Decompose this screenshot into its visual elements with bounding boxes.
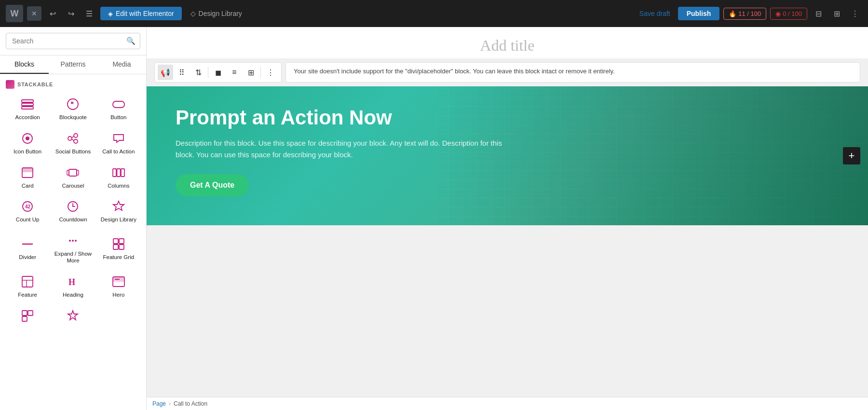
undo-button[interactable]: ↩ xyxy=(45,6,60,21)
hamburger-button[interactable]: ☰ xyxy=(82,6,96,21)
block-item-button[interactable]: Button xyxy=(97,93,140,125)
svg-rect-18 xyxy=(77,170,79,175)
align-center-button[interactable]: ≡ xyxy=(227,65,242,80)
publish-button[interactable]: Publish xyxy=(678,7,720,20)
block-item-more1[interactable] xyxy=(6,304,49,330)
accordion-label: Accordion xyxy=(15,114,40,121)
design-library-button[interactable]: ◇ Design Library xyxy=(186,7,247,20)
hero-description[interactable]: Description for this block. Use this spa… xyxy=(176,137,513,161)
topbar: W ✕ ↩ ↪ ☰ ◈ Edit with Elementor ◇ Design… xyxy=(0,0,868,27)
elementor-icon: ◈ xyxy=(108,10,113,17)
block-item-more2[interactable] xyxy=(51,304,95,330)
accordion-icon xyxy=(20,96,35,112)
readability-score-value: 0 / 100 xyxy=(783,10,802,17)
sidebar-blocks-panel: STACKABLE Accordion ❝ Blockquote xyxy=(0,74,146,410)
breadcrumb-current: Call to Action xyxy=(174,400,207,407)
edit-elementor-label: Edit with Elementor xyxy=(116,10,174,17)
responsive-view-button[interactable]: ⊟ xyxy=(811,6,826,21)
svg-point-7 xyxy=(26,137,29,140)
block-item-design-library[interactable]: Design Library xyxy=(97,195,140,227)
drag-icon: ⠿ xyxy=(179,68,185,77)
hero-section: Prompt an Action Now Description for thi… xyxy=(147,86,868,225)
wp-logo-button[interactable]: W xyxy=(6,5,23,22)
block-item-social-buttons[interactable]: Social Buttons xyxy=(51,127,95,159)
wide-width-button[interactable]: ⊞ xyxy=(243,65,258,80)
hero-title[interactable]: Prompt an Action Now xyxy=(176,106,839,130)
block-item-accordion[interactable]: Accordion xyxy=(6,93,49,125)
redo-button[interactable]: ↪ xyxy=(64,6,78,21)
save-draft-button[interactable]: Save draft xyxy=(636,7,674,20)
block-item-feature-grid[interactable]: Feature Grid xyxy=(97,229,140,268)
countdown-label: Countdown xyxy=(59,217,87,223)
editor-wrapper: Add title 📢 ⠿ ⇅ ◼ xyxy=(147,27,868,410)
tab-patterns[interactable]: Patterns xyxy=(49,55,97,74)
svg-rect-33 xyxy=(119,245,124,249)
block-item-heading[interactable]: H Heading xyxy=(51,270,95,302)
block-item-blockquote[interactable]: ❝ Blockquote xyxy=(51,93,95,125)
editor-area: Add title 📢 ⠿ ⇅ ◼ xyxy=(147,27,868,410)
more-toolbar-options-button[interactable]: ⋮ xyxy=(263,65,278,80)
block-item-icon-button[interactable]: Icon Button xyxy=(6,127,49,159)
card-icon xyxy=(20,165,35,180)
svg-rect-31 xyxy=(119,239,124,244)
content-scroll[interactable]: Prompt an Action Now Description for thi… xyxy=(147,86,868,397)
page-title[interactable]: Add title xyxy=(147,37,868,55)
svg-rect-20 xyxy=(117,169,120,177)
sidebar-tabs: Blocks Patterns Media xyxy=(0,55,146,74)
svg-rect-0 xyxy=(22,100,33,102)
feature-icon xyxy=(20,274,35,289)
block-item-carousel[interactable]: Carousel xyxy=(51,161,95,193)
breadcrumb-separator: › xyxy=(169,400,171,407)
tab-blocks[interactable]: Blocks xyxy=(0,55,49,74)
blocks-grid: Accordion ❝ Blockquote Button xyxy=(6,93,140,330)
block-item-divider[interactable]: Divider xyxy=(6,229,49,268)
block-type-button[interactable]: 📢 xyxy=(158,65,173,80)
expand-show-label: Expand / Show More xyxy=(53,251,93,264)
align-center-icon: ≡ xyxy=(232,68,236,77)
more-options-icon: ⋮ xyxy=(851,9,859,18)
seo-score-badge[interactable]: 🔥 11 / 100 xyxy=(723,8,766,20)
breadcrumb-page-link[interactable]: Page xyxy=(152,400,166,407)
svg-rect-32 xyxy=(113,245,118,249)
sidebar-toggle-icon: ⊞ xyxy=(834,9,840,18)
drag-handle-button[interactable]: ⠿ xyxy=(174,65,190,80)
hero-cta-button[interactable]: Get A Quote xyxy=(176,174,249,196)
icon-button-label: Icon Button xyxy=(14,149,41,155)
count-up-label: Count Up xyxy=(16,217,40,223)
blockquote-label: Blockquote xyxy=(59,114,87,121)
block-item-count-up[interactable]: 42 Count Up xyxy=(6,195,49,227)
more-options-button[interactable]: ⋮ xyxy=(848,6,862,21)
social-buttons-label: Social Buttons xyxy=(55,149,91,155)
hero-cta-label: Get A Quote xyxy=(190,181,234,189)
feature-grid-icon xyxy=(111,236,126,252)
tab-media[interactable]: Media xyxy=(97,55,146,74)
block-item-expand-show[interactable]: Expand / Show More xyxy=(51,229,95,268)
block-item-card[interactable]: Card xyxy=(6,161,49,193)
seo-score-icon: 🔥 xyxy=(729,10,736,17)
add-block-button[interactable]: + xyxy=(843,147,860,164)
close-button[interactable]: ✕ xyxy=(27,6,41,21)
svg-rect-2 xyxy=(22,107,33,109)
block-item-hero[interactable]: Hero xyxy=(97,270,140,302)
move-up-down-button[interactable]: ⇅ xyxy=(190,65,206,80)
block-item-columns[interactable]: Columns xyxy=(97,161,140,193)
block-item-call-to-action[interactable]: Call to Action xyxy=(97,127,140,159)
hero-content: Prompt an Action Now Description for thi… xyxy=(147,86,868,225)
icon-button-icon xyxy=(20,131,35,146)
block-item-feature[interactable]: Feature xyxy=(6,270,49,302)
button-label: Button xyxy=(110,114,126,121)
toolbar-separator-1 xyxy=(208,67,208,78)
divider-label: Divider xyxy=(19,254,36,261)
sidebar-search-area: 🔍 xyxy=(0,27,146,55)
svg-line-11 xyxy=(72,137,74,137)
align-full-icon: ◼ xyxy=(215,68,221,77)
readability-score-badge[interactable]: ◉ 0 / 100 xyxy=(770,8,807,20)
sidebar-toggle-button[interactable]: ⊞ xyxy=(829,6,844,21)
block-item-countdown[interactable]: Countdown xyxy=(51,195,95,227)
edit-with-elementor-button[interactable]: ◈ Edit with Elementor xyxy=(100,7,182,20)
main-layout: 🔍 Blocks Patterns Media STACKABLE xyxy=(0,27,868,410)
align-full-button[interactable]: ◼ xyxy=(210,65,226,80)
svg-rect-42 xyxy=(28,311,33,315)
stackable-logo-icon xyxy=(6,80,14,89)
search-input[interactable] xyxy=(6,33,140,49)
